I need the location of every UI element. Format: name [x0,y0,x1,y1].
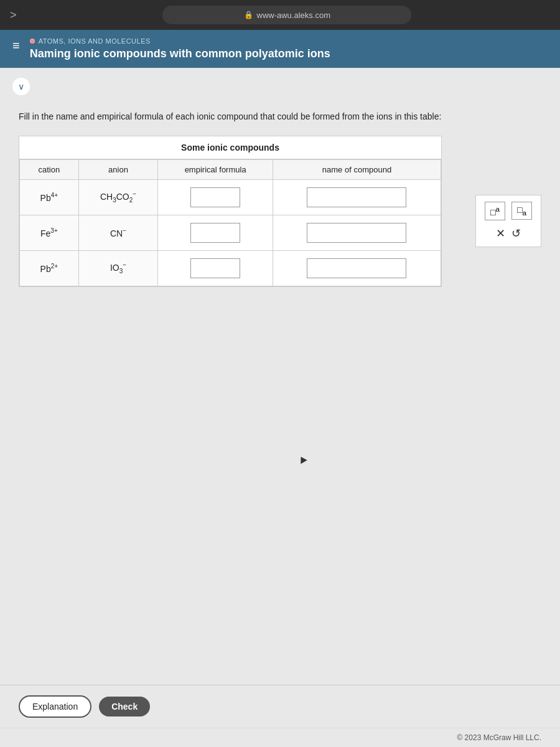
redo-button[interactable]: ↺ [511,227,521,240]
header-title: Naming ionic compounds with common polya… [30,47,330,60]
anion-formula-iodate: IO3− [110,263,126,273]
col-header-formula: empirical formula [158,160,273,180]
clear-redo-row: ✕ ↺ [496,227,521,240]
compound-name-input-1[interactable] [307,187,406,207]
browser-bar: > 🔒 www-awu.aleks.com [0,0,560,30]
lock-icon: 🔒 [244,11,253,19]
name-input-cell-1[interactable] [273,180,441,215]
cation-fe3: Fe3+ [20,215,79,251]
symbol-tools-panel: □a □a ✕ ↺ [475,195,541,247]
cation-pb2: Pb2+ [20,251,79,286]
header-text: ATOMS, IONS AND MOLECULES Naming ionic c… [30,37,330,60]
app-header: ≡ ATOMS, IONS AND MOLECULES Naming ionic… [0,30,560,68]
superscript-button[interactable]: □a [485,202,505,220]
table-row: Fe3+ CN− [20,215,441,251]
footer: © 2023 McGraw Hill LLC. [0,728,560,747]
name-input-cell-2[interactable] [273,215,441,251]
chevron-area: ∨ [0,68,560,95]
cation-formula-fe3: Fe3+ [40,228,58,238]
back-arrow-icon[interactable]: > [10,9,17,22]
table-title: Some ionic compounds [19,136,441,159]
header-topic: ATOMS, IONS AND MOLECULES [30,37,330,45]
col-header-name: name of compound [273,160,441,180]
compound-table: cation anion empirical formula name of c… [19,159,441,286]
copyright-text: © 2023 McGraw Hill LLC. [457,733,541,742]
formula-input-cell-1[interactable] [158,180,273,215]
collapse-button[interactable]: ∨ [12,78,30,95]
anion-cyanide: CN− [78,215,158,251]
empirical-formula-input-2[interactable] [190,223,240,243]
chevron-down-icon: ∨ [18,82,24,92]
cation-formula-pb4: Pb4+ [40,193,58,203]
table-row: Pb4+ CH3CO2− [20,180,441,215]
name-input-cell-3[interactable] [273,251,441,286]
ionic-compounds-table-wrapper: Some ionic compounds cation anion empiri… [19,136,442,287]
anion-acetate: CH3CO2− [78,180,158,215]
empirical-formula-input-3[interactable] [190,258,240,278]
topic-dot-icon [30,39,35,44]
compound-name-input-2[interactable] [307,223,406,243]
instructions-text: Fill in the name and empirical formula o… [19,110,541,123]
cation-pb4: Pb4+ [20,180,79,215]
main-content: Fill in the name and empirical formula o… [0,95,560,685]
bottom-action-bar: Explanation Check [0,685,560,728]
explanation-button[interactable]: Explanation [19,695,91,718]
cation-formula-pb2: Pb2+ [40,264,58,274]
mouse-cursor-icon [297,455,307,464]
table-header-row: cation anion empirical formula name of c… [20,160,441,180]
clear-button[interactable]: ✕ [496,227,505,240]
compound-name-input-3[interactable] [307,258,406,278]
formula-input-cell-3[interactable] [158,251,273,286]
check-button[interactable]: Check [99,697,150,716]
anion-formula-cyanide: CN− [110,228,126,238]
col-header-cation: cation [20,160,79,180]
empirical-formula-input-1[interactable] [190,187,240,207]
url-text: www-awu.aleks.com [257,11,330,20]
anion-formula-acetate: CH3CO2− [100,192,136,202]
address-bar[interactable]: 🔒 www-awu.aleks.com [162,6,411,24]
col-header-anion: anion [78,160,158,180]
formula-input-cell-2[interactable] [158,215,273,251]
superscript-tools-row: □a □a [485,202,532,220]
table-row: Pb2+ IO3− [20,251,441,286]
anion-iodate: IO3− [78,251,158,286]
menu-icon[interactable]: ≡ [12,39,20,53]
subscript-button[interactable]: □a [511,202,532,220]
